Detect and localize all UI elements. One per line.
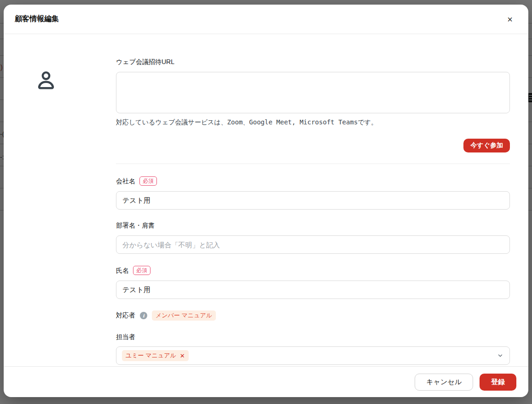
- help-text-suffix: です。: [358, 118, 377, 126]
- avatar: [34, 68, 116, 94]
- chip-remove-icon[interactable]: ✕: [180, 353, 185, 359]
- assignee-label-text: 担当者: [116, 332, 135, 341]
- submit-button[interactable]: 登録: [480, 374, 516, 391]
- assignee-select[interactable]: ユミー マニュアル ✕: [116, 346, 510, 365]
- join-now-button[interactable]: 今すぐ参加: [463, 139, 510, 152]
- responder-label: 対応者: [116, 311, 135, 320]
- section-divider: [116, 164, 510, 164]
- cancel-button[interactable]: キャンセル: [415, 374, 473, 391]
- help-text-prefix: 対応しているウェブ会議サービスは、: [116, 118, 227, 126]
- assignee-field-group: 担当者 ユミー マニュアル ✕: [116, 332, 510, 365]
- name-input[interactable]: [116, 281, 510, 299]
- department-label-text: 部署名・肩書: [116, 221, 155, 230]
- web-meeting-url-label: ウェブ会議招待URL: [116, 57, 510, 66]
- modal-title: 顧客情報編集: [15, 14, 59, 24]
- name-label: 氏名 必須: [116, 266, 510, 275]
- responder-tag-badge: メンバー マニュアル: [152, 310, 216, 321]
- person-icon: [34, 68, 58, 92]
- modal-header: 顧客情報編集 ×: [4, 5, 528, 34]
- department-input[interactable]: [116, 235, 510, 254]
- help-text-services: Zoom、Google Meet, Microsoft Teams: [227, 118, 358, 126]
- assignee-chip-label: ユミー マニュアル: [126, 352, 176, 359]
- company-label: 会社名 必須: [116, 176, 510, 186]
- modal-body: ウェブ会議招待URL 対応しているウェブ会議サービスは、Zoom、Google …: [4, 34, 528, 366]
- chevron-down-icon[interactable]: [497, 352, 503, 359]
- department-label: 部署名・肩書: [116, 221, 510, 230]
- customer-edit-modal: 顧客情報編集 × ウェブ会議招待URL 対応しているウェブ会議サービスは、Zoo…: [4, 5, 528, 397]
- name-label-text: 氏名: [116, 266, 129, 275]
- company-input[interactable]: [116, 191, 510, 210]
- required-badge: 必須: [133, 266, 150, 275]
- avatar-column: [4, 34, 116, 366]
- modal-footer: キャンセル 登録: [4, 366, 528, 397]
- department-field-group: 部署名・肩書: [116, 221, 510, 254]
- assignee-chip: ユミー マニュアル ✕: [122, 350, 189, 361]
- required-badge: 必須: [139, 176, 157, 186]
- close-icon[interactable]: ×: [505, 13, 515, 26]
- info-icon[interactable]: i: [140, 312, 147, 319]
- name-field-group: 氏名 必須: [116, 266, 510, 299]
- responder-row: 対応者 i メンバー マニュアル: [116, 310, 510, 321]
- company-field-group: 会社名 必須: [116, 176, 510, 210]
- company-label-text: 会社名: [116, 176, 135, 186]
- web-meeting-help-text: 対応しているウェブ会議サービスは、Zoom、Google Meet, Micro…: [116, 117, 510, 127]
- assignee-label: 担当者: [116, 332, 510, 341]
- join-now-row: 今すぐ参加: [116, 139, 510, 152]
- form-column: ウェブ会議招待URL 対応しているウェブ会議サービスは、Zoom、Google …: [116, 34, 510, 366]
- web-meeting-url-label-text: ウェブ会議招待URL: [116, 57, 174, 66]
- web-meeting-url-input[interactable]: [116, 72, 510, 113]
